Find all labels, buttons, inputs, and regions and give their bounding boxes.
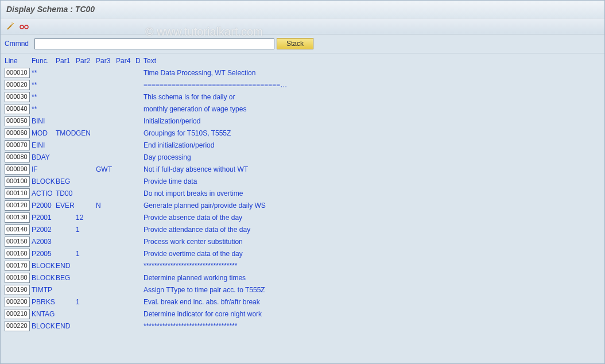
line-number[interactable]: 000130 [5, 212, 30, 223]
table-row: 000150A2003Process work center substitut… [1, 235, 604, 247]
par1-cell: BEG [56, 274, 76, 282]
func-cell: MOD [32, 129, 56, 137]
text-cell: Process work center substitution [144, 238, 604, 246]
text-cell: Not if full-day absence without WT [144, 165, 604, 173]
text-cell: Day processing [144, 153, 604, 161]
header-par3: Par3 [96, 57, 116, 65]
header-par2: Par2 [76, 57, 96, 65]
line-number[interactable]: 000010 [5, 68, 30, 78]
line-cell: 000110 [5, 188, 32, 199]
table-row: 000130P200112Provide absence data of the… [1, 211, 604, 223]
table-row: 000200PBRKS1Eval. break end inc. abs. bf… [1, 296, 604, 308]
header-d: D [135, 57, 144, 65]
par3-cell: GWT [96, 165, 116, 173]
line-cell: 000060 [5, 128, 32, 138]
par1-cell: END [56, 262, 76, 270]
schema-grid: Line Func. Par1 Par2 Par3 Par4 D Text 00… [1, 53, 604, 333]
line-number[interactable]: 000100 [5, 176, 30, 187]
line-cell: 000040 [5, 104, 32, 114]
line-number[interactable]: 000070 [5, 140, 30, 150]
line-number[interactable]: 000160 [5, 249, 30, 259]
table-row: 000040**monthly generation of wage types [1, 103, 604, 115]
line-cell: 000160 [5, 249, 32, 259]
line-cell: 000080 [5, 152, 32, 162]
text-cell: *********************************** [144, 262, 604, 270]
table-row: 000220BLOCKEND**************************… [1, 320, 604, 332]
command-label: Cmmnd [5, 40, 32, 48]
par2-cell: 1 [76, 298, 96, 306]
table-row: 000180BLOCKBEGDetermine planned working … [1, 272, 604, 284]
line-number[interactable]: 000180 [5, 273, 30, 283]
line-number[interactable]: 000080 [5, 152, 30, 162]
header-func: Func. [32, 57, 56, 65]
func-cell: BLOCK [32, 262, 56, 270]
line-number[interactable]: 000090 [5, 164, 30, 175]
text-cell: Assign TType to time pair acc. to T555Z [144, 286, 604, 294]
glasses-icon[interactable] [19, 21, 29, 32]
line-number[interactable]: 000020 [5, 80, 30, 90]
func-cell: ** [32, 105, 56, 113]
func-cell: IF [32, 165, 56, 173]
table-row: 000140P20021Provide attendance data of t… [1, 223, 604, 235]
line-number[interactable]: 000210 [5, 309, 30, 319]
par1-cell: BEG [56, 177, 76, 185]
func-cell: TIMTP [32, 286, 56, 294]
text-cell: Eval. break end inc. abs. bfr/aftr break [144, 298, 604, 306]
wand-icon[interactable] [5, 21, 15, 32]
line-number[interactable]: 000060 [5, 128, 30, 138]
func-cell: BLOCK [32, 177, 56, 185]
line-number[interactable]: 000040 [5, 104, 30, 114]
line-cell: 000220 [5, 321, 32, 331]
table-row: 000160P20051Provide overtime data of the… [1, 247, 604, 260]
line-cell: 000090 [5, 164, 32, 175]
line-cell: 000070 [5, 140, 32, 150]
par2-cell: 1 [76, 250, 96, 258]
rows-container: 000010**Time Data Processing, WT Selecti… [1, 67, 604, 332]
line-number[interactable]: 000140 [5, 224, 30, 235]
line-cell: 000100 [5, 176, 32, 187]
line-number[interactable]: 000220 [5, 321, 30, 331]
text-cell: Do not import breaks in overtime [144, 189, 604, 198]
line-number[interactable]: 000190 [5, 285, 30, 295]
table-row: 000210KNTAGDetermine indicator for core … [1, 308, 604, 320]
line-number[interactable]: 000030 [5, 92, 30, 102]
line-number[interactable]: 000170 [5, 261, 30, 271]
text-cell: *********************************** [144, 322, 604, 330]
line-number[interactable]: 000200 [5, 297, 30, 307]
command-input[interactable] [34, 38, 274, 49]
func-cell: A2003 [32, 238, 56, 246]
table-row: 000120P2000EVERNGenerate planned pair/pr… [1, 199, 604, 211]
func-cell: BLOCK [32, 322, 56, 330]
table-row: 000100BLOCKBEGProvide time data [1, 175, 604, 187]
func-cell: P2005 [32, 250, 56, 258]
header-text: Text [144, 57, 604, 65]
table-row: 000020**================================… [1, 79, 604, 91]
page-title: Display Schema : TC00 [6, 5, 95, 14]
table-row: 000070EINIEnd initialization/period [1, 139, 604, 151]
line-number[interactable]: 000110 [5, 188, 30, 199]
par3-cell: N [96, 202, 116, 210]
text-cell: Determine planned working times [144, 274, 604, 282]
par1-cell: EVER [56, 202, 76, 210]
line-number[interactable]: 000050 [5, 116, 30, 126]
stack-button[interactable]: Stack [277, 38, 313, 49]
svg-point-1 [13, 23, 14, 24]
line-cell: 000010 [5, 68, 32, 78]
line-cell: 000170 [5, 261, 32, 271]
text-cell: End initialization/period [144, 141, 604, 149]
table-row: 000010**Time Data Processing, WT Selecti… [1, 67, 604, 79]
svg-point-0 [11, 24, 13, 25]
text-cell: Provide attendance data of the day [144, 226, 604, 234]
line-number[interactable]: 000120 [5, 200, 30, 211]
line-cell: 000150 [5, 237, 32, 247]
func-cell: BINI [32, 117, 56, 125]
func-cell: ** [32, 81, 56, 89]
text-cell: monthly generation of wage types [144, 105, 604, 113]
svg-point-3 [20, 25, 24, 29]
line-number[interactable]: 000150 [5, 237, 30, 247]
line-cell: 000140 [5, 224, 32, 235]
table-row: 000190TIMTPAssign TType to time pair acc… [1, 284, 604, 296]
line-cell: 000020 [5, 80, 32, 90]
func-cell: P2000 [32, 202, 56, 210]
svg-point-2 [11, 22, 13, 24]
